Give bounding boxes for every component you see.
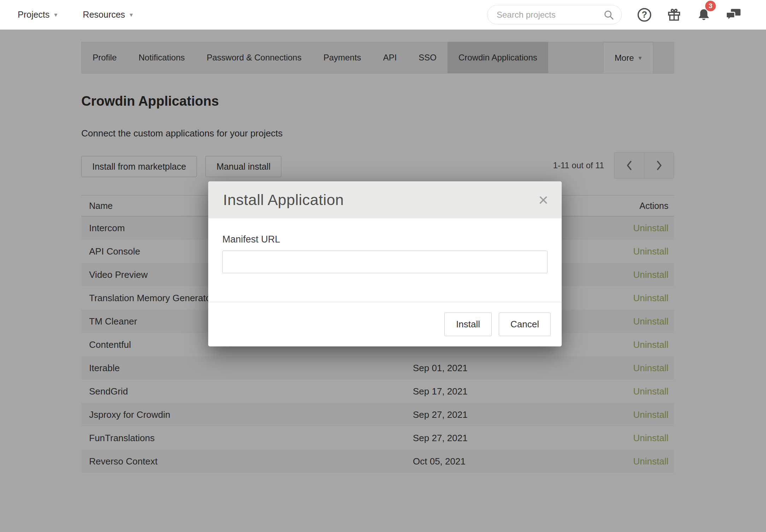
top-navigation: Projects ▾ Resources ▾ ? bbox=[0, 0, 766, 30]
install-button[interactable]: Install bbox=[444, 312, 492, 336]
messages-button[interactable] bbox=[719, 0, 748, 30]
modal-footer: Install Cancel bbox=[208, 302, 562, 346]
search-box bbox=[487, 5, 622, 24]
help-button[interactable]: ? bbox=[630, 0, 659, 30]
install-application-modal: Install Application × Manifest URL Insta… bbox=[208, 181, 562, 346]
chat-icon bbox=[725, 7, 742, 22]
crowdin-settings-screen: Projects ▾ Resources ▾ ? bbox=[0, 0, 766, 532]
search-icon bbox=[603, 9, 614, 21]
chevron-down-icon: ▾ bbox=[130, 12, 133, 18]
nav-right-group: ? bbox=[487, 0, 766, 30]
modal-header: Install Application × bbox=[208, 181, 562, 218]
gift-button[interactable] bbox=[659, 0, 689, 30]
cancel-button[interactable]: Cancel bbox=[499, 312, 551, 336]
close-icon[interactable]: × bbox=[538, 192, 548, 209]
gift-icon bbox=[666, 7, 682, 23]
nav-projects-label: Projects bbox=[18, 10, 49, 20]
notification-badge: 3 bbox=[705, 1, 716, 11]
notifications-button[interactable]: 3 bbox=[689, 0, 719, 30]
svg-text:?: ? bbox=[642, 10, 647, 19]
modal-body: Manifest URL bbox=[208, 218, 562, 302]
chevron-down-icon: ▾ bbox=[54, 12, 57, 18]
manifest-url-label: Manifest URL bbox=[222, 233, 548, 245]
nav-resources-menu[interactable]: Resources ▾ bbox=[83, 10, 133, 20]
search-input[interactable] bbox=[496, 10, 603, 20]
modal-title: Install Application bbox=[223, 191, 344, 209]
manifest-url-input[interactable] bbox=[222, 251, 548, 273]
nav-projects-menu[interactable]: Projects ▾ bbox=[18, 10, 57, 20]
nav-resources-label: Resources bbox=[83, 10, 125, 20]
help-icon: ? bbox=[637, 7, 652, 23]
